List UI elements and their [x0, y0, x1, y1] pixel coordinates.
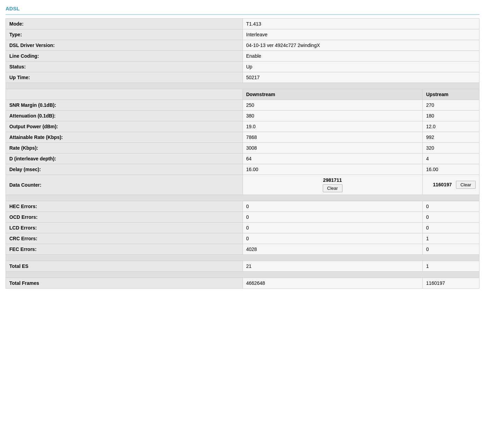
error-row: LCD Errors: 0 0	[6, 223, 479, 233]
error-row-downstream: 0	[242, 212, 422, 223]
stats-row: Attenuation (0.1dB): 380 180	[6, 111, 479, 121]
error-row-upstream: 0	[422, 212, 479, 223]
info-label: Status:	[6, 62, 243, 72]
clear-upstream-button[interactable]: Clear	[456, 181, 476, 189]
stats-row: Attainable Rate (Kbps): 7868 992	[6, 132, 479, 143]
info-label: DSL Driver Version:	[6, 40, 243, 51]
info-row: Type: Interleave	[6, 29, 479, 40]
error-row: CRC Errors: 0 1	[6, 233, 479, 244]
info-value: 04-10-13 ver 4924c727 2windingX	[242, 40, 479, 51]
stats-row: SNR Margin (0.1dB): 250 270	[6, 100, 479, 111]
info-row: Status: Up	[6, 62, 479, 72]
adsl-table: Mode: T1.413 Type: Interleave DSL Driver…	[6, 18, 479, 289]
page-title: ADSL	[6, 3, 479, 15]
info-value: Interleave	[242, 29, 479, 40]
info-label: Up Time:	[6, 72, 243, 83]
error-row-label: OCD Errors:	[6, 212, 243, 223]
total-frames-label: Total Frames	[6, 278, 243, 289]
stats-row-downstream: 64	[242, 153, 422, 164]
total-es-row: Total ES 21 1	[6, 261, 479, 272]
stats-header-downstream: Downstream	[242, 89, 422, 100]
stats-row: Rate (Kbps): 3008 320	[6, 143, 479, 153]
spacer-row-4	[6, 272, 479, 278]
info-label: Mode:	[6, 19, 243, 29]
total-es-label: Total ES	[6, 261, 243, 272]
stats-row-downstream: 250	[242, 100, 422, 111]
stats-row-upstream: 270	[422, 100, 479, 111]
stats-row-upstream: 16.00	[422, 164, 479, 175]
info-value: T1.413	[242, 19, 479, 29]
info-value: 50217	[242, 72, 479, 83]
data-counter-upstream-cell: 1160197 Clear	[422, 175, 479, 195]
error-row-upstream: 0	[422, 244, 479, 255]
error-row-upstream: 1	[422, 233, 479, 244]
data-counter-label: Data Counter:	[6, 175, 243, 195]
page-container: ADSL Mode: T1.413 Type: Interleave DSL D…	[0, 0, 485, 292]
stats-row-downstream: 3008	[242, 143, 422, 153]
error-row: OCD Errors: 0 0	[6, 212, 479, 223]
spacer-row-2	[6, 195, 479, 201]
info-label: Line Coding:	[6, 51, 243, 62]
info-value: Enable	[242, 51, 479, 62]
stats-row-downstream: 16.00	[242, 164, 422, 175]
stats-row-upstream: 12.0	[422, 121, 479, 132]
error-row-label: HEC Errors:	[6, 201, 243, 212]
stats-header-upstream: Upstream	[422, 89, 479, 100]
info-label: Type:	[6, 29, 243, 40]
error-row-upstream: 0	[422, 201, 479, 212]
info-row: Up Time: 50217	[6, 72, 479, 83]
stats-row-label: Attainable Rate (Kbps):	[6, 132, 243, 143]
stats-row-downstream: 7868	[242, 132, 422, 143]
stats-header-row: Downstream Upstream	[6, 89, 479, 100]
info-value: Up	[242, 62, 479, 72]
stats-row-upstream: 320	[422, 143, 479, 153]
stats-row-label: Rate (Kbps):	[6, 143, 243, 153]
error-row-downstream: 0	[242, 201, 422, 212]
stats-row-label: D (interleave depth):	[6, 153, 243, 164]
stats-row-upstream: 4	[422, 153, 479, 164]
total-frames-row: Total Frames 4662648 1160197	[6, 278, 479, 289]
error-row-upstream: 0	[422, 223, 479, 233]
spacer-row-3	[6, 255, 479, 261]
data-counter-upstream-value: 1160197	[433, 182, 452, 187]
error-row-label: FEC Errors:	[6, 244, 243, 255]
stats-row-label: Delay (msec):	[6, 164, 243, 175]
total-frames-downstream: 4662648	[242, 278, 422, 289]
data-counter-downstream-cell: 2981711 Clear	[242, 175, 422, 195]
stats-row-downstream: 19.0	[242, 121, 422, 132]
total-frames-upstream: 1160197	[422, 278, 479, 289]
info-row: Mode: T1.413	[6, 19, 479, 29]
stats-row: D (interleave depth): 64 4	[6, 153, 479, 164]
error-row-label: CRC Errors:	[6, 233, 243, 244]
data-counter-row: Data Counter: 2981711 Clear 1160197 Clea…	[6, 175, 479, 195]
stats-row: Output Power (dBm): 19.0 12.0	[6, 121, 479, 132]
stats-row-label: Output Power (dBm):	[6, 121, 243, 132]
stats-row-upstream: 180	[422, 111, 479, 121]
info-row: DSL Driver Version: 04-10-13 ver 4924c72…	[6, 40, 479, 51]
data-counter-downstream-value: 2981711	[246, 177, 419, 183]
stats-row-upstream: 992	[422, 132, 479, 143]
total-es-downstream: 21	[242, 261, 422, 272]
stats-row-label: SNR Margin (0.1dB):	[6, 100, 243, 111]
info-row: Line Coding: Enable	[6, 51, 479, 62]
stats-header-label	[6, 89, 243, 100]
stats-row: Delay (msec): 16.00 16.00	[6, 164, 479, 175]
error-row-downstream: 4028	[242, 244, 422, 255]
error-row-downstream: 0	[242, 223, 422, 233]
error-row: HEC Errors: 0 0	[6, 201, 479, 212]
clear-downstream-button[interactable]: Clear	[323, 184, 342, 192]
stats-row-downstream: 380	[242, 111, 422, 121]
error-row-downstream: 0	[242, 233, 422, 244]
stats-row-label: Attenuation (0.1dB):	[6, 111, 243, 121]
spacer-row-1	[6, 83, 479, 89]
error-row-label: LCD Errors:	[6, 223, 243, 233]
total-es-upstream: 1	[422, 261, 479, 272]
error-row: FEC Errors: 4028 0	[6, 244, 479, 255]
